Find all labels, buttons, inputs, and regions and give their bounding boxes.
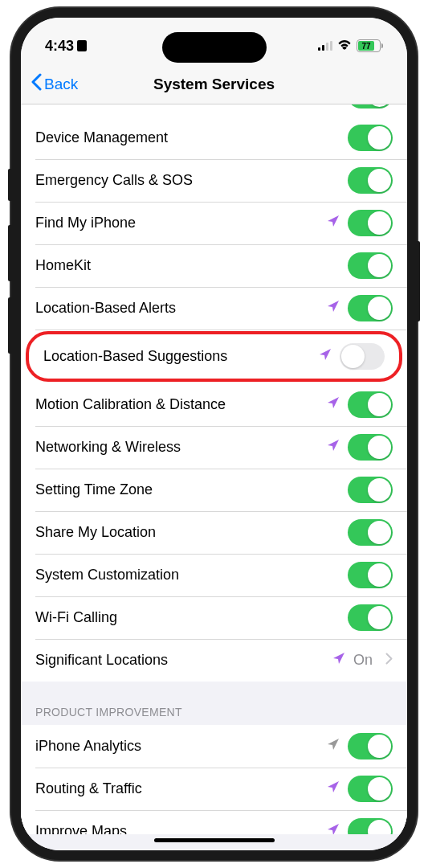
settings-row-find-my-iphone[interactable]: Find My iPhone xyxy=(21,202,407,244)
system-customization-toggle[interactable] xyxy=(348,562,393,588)
routing-traffic-toggle[interactable] xyxy=(348,776,393,802)
product-improvement-group: iPhone Analytics Routing & Traffic xyxy=(21,725,407,834)
iphone-analytics-toggle[interactable] xyxy=(348,733,393,760)
nav-bar: Back System Services xyxy=(21,64,407,104)
detail-value: On xyxy=(353,652,373,669)
row-label: Wi-Fi Calling xyxy=(35,609,348,626)
dynamic-island xyxy=(162,32,267,63)
signal-icon xyxy=(318,41,332,51)
screen: 4:43 77 xyxy=(21,18,407,850)
content-area[interactable]: Device Management Emergency Calls & SOS … xyxy=(21,104,407,850)
back-label: Back xyxy=(44,76,78,93)
location-arrow-icon xyxy=(319,348,332,365)
location-arrow-icon xyxy=(327,780,340,797)
section-header-product-improvement: PRODUCT IMPROVEMENT xyxy=(21,682,407,725)
device-management-toggle[interactable] xyxy=(348,125,393,151)
settings-row-location-suggestions[interactable]: Location-Based Suggestions xyxy=(29,334,399,379)
settings-row-significant-locations[interactable]: Significant Locations On xyxy=(21,639,407,682)
motion-calibration-toggle[interactable] xyxy=(348,391,393,418)
location-arrow-icon xyxy=(332,652,345,669)
location-suggestions-toggle[interactable] xyxy=(340,343,385,370)
status-time: 4:43 xyxy=(45,38,87,55)
row-label: Location-Based Suggestions xyxy=(43,348,319,365)
time-text: 4:43 xyxy=(45,38,74,55)
row-label: Share My Location xyxy=(35,524,348,541)
wifi-icon xyxy=(337,39,352,53)
phone-power-button xyxy=(417,241,420,321)
contact-icon xyxy=(77,40,87,51)
settings-row-iphone-analytics[interactable]: iPhone Analytics xyxy=(21,725,407,768)
row-label: Emergency Calls & SOS xyxy=(35,172,348,189)
location-arrow-icon xyxy=(327,300,340,317)
phone-volume-up xyxy=(8,225,11,281)
improve-maps-toggle[interactable] xyxy=(348,818,393,834)
page-title: System Services xyxy=(153,76,275,93)
find-my-iphone-toggle[interactable] xyxy=(348,210,393,236)
settings-row-homekit[interactable]: HomeKit xyxy=(21,244,407,287)
row-label: System Customization xyxy=(35,567,348,583)
location-arrow-icon xyxy=(327,215,340,231)
row-label: HomeKit xyxy=(35,257,348,274)
settings-row-share-location[interactable]: Share My Location xyxy=(21,511,407,554)
row-label: Improve Maps xyxy=(35,823,327,834)
home-indicator[interactable] xyxy=(154,838,275,842)
chevron-right-icon xyxy=(385,653,393,668)
row-label: Find My iPhone xyxy=(35,215,327,231)
back-button[interactable]: Back xyxy=(31,73,78,95)
settings-row-wifi-calling[interactable]: Wi-Fi Calling xyxy=(21,596,407,639)
share-location-toggle[interactable] xyxy=(348,519,393,546)
settings-row-location-alerts[interactable]: Location-Based Alerts xyxy=(21,287,407,330)
wifi-calling-toggle[interactable] xyxy=(348,604,393,631)
main-settings-group: Device Management Emergency Calls & SOS … xyxy=(21,104,407,682)
phone-volume-down xyxy=(8,297,11,354)
location-alerts-toggle[interactable] xyxy=(348,295,393,321)
row-label: Routing & Traffic xyxy=(35,780,327,797)
networking-toggle[interactable] xyxy=(348,434,393,461)
location-arrow-icon xyxy=(327,823,340,834)
row-label: Significant Locations xyxy=(35,652,332,669)
settings-row-networking[interactable]: Networking & Wireless xyxy=(21,426,407,469)
settings-row-emergency-calls[interactable]: Emergency Calls & SOS xyxy=(21,159,407,202)
emergency-calls-toggle[interactable] xyxy=(348,167,393,194)
settings-row-motion-calibration[interactable]: Motion Calibration & Distance xyxy=(21,383,407,426)
settings-row-routing-traffic[interactable]: Routing & Traffic xyxy=(21,768,407,810)
back-chevron-icon xyxy=(31,73,42,95)
status-right: 77 xyxy=(318,39,383,53)
phone-side-button xyxy=(8,169,11,201)
settings-row-time-zone[interactable]: Setting Time Zone xyxy=(21,469,407,511)
battery-percent: 77 xyxy=(358,41,374,51)
homekit-toggle[interactable] xyxy=(348,252,393,279)
time-zone-toggle[interactable] xyxy=(348,477,393,503)
row-label: Setting Time Zone xyxy=(35,481,348,498)
highlighted-row: Location-Based Suggestions xyxy=(26,331,402,382)
settings-row-system-customization[interactable]: System Customization xyxy=(21,554,407,596)
phone-frame: 4:43 77 xyxy=(11,8,417,860)
row-label: Device Management xyxy=(35,129,348,146)
location-arrow-icon xyxy=(327,738,340,755)
row-label: iPhone Analytics xyxy=(35,738,327,755)
row-label: Motion Calibration & Distance xyxy=(35,396,327,413)
settings-row-partial-top[interactable] xyxy=(21,104,407,117)
toggle[interactable] xyxy=(348,104,393,108)
location-arrow-icon xyxy=(327,396,340,413)
settings-row-improve-maps[interactable]: Improve Maps xyxy=(21,810,407,834)
row-label: Location-Based Alerts xyxy=(35,300,327,317)
row-label: Networking & Wireless xyxy=(35,439,327,456)
location-arrow-icon xyxy=(327,439,340,456)
settings-row-device-management[interactable]: Device Management xyxy=(21,117,407,159)
battery-icon: 77 xyxy=(357,39,383,52)
